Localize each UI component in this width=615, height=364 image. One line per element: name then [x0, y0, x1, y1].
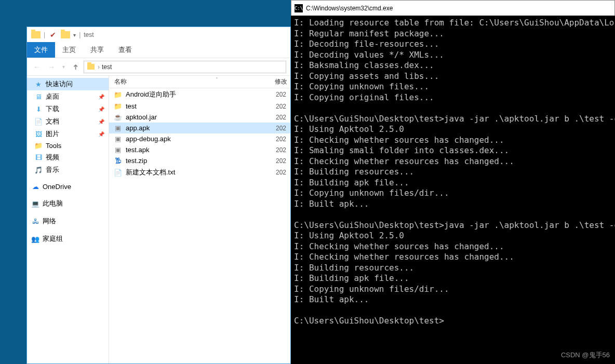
cmd-line: I: Copying assets and libs...	[294, 71, 612, 82]
sidebar-homegroup[interactable]: 👥 家庭组	[27, 233, 109, 245]
column-date[interactable]: 修改	[275, 77, 290, 86]
apk-icon: ▣	[113, 146, 123, 154]
file-date: 202	[271, 114, 286, 121]
file-date: 202	[271, 125, 286, 132]
up-button[interactable]: ➜	[70, 61, 81, 73]
sidebar-this-pc[interactable]: 💻 此电脑	[27, 197, 109, 210]
file-date: 202	[271, 157, 286, 165]
sidebar-item-label: 下载	[46, 104, 59, 114]
video-icon: 🎞	[34, 154, 43, 161]
file-name: app-debug.apk	[126, 135, 268, 143]
cmd-titlebar: C:\ C:\Windows\system32\cmd.exe	[291, 0, 615, 16]
separator: |	[44, 31, 45, 38]
cmd-line: I: Copying unknown files/dir...	[294, 188, 612, 199]
file-row[interactable]: ☕apktool.jar202	[109, 112, 290, 123]
download-icon: ⬇	[34, 105, 43, 113]
sidebar-documents[interactable]: 📄 文档 📌	[27, 115, 109, 128]
sidebar-network[interactable]: 🖧 网络	[27, 215, 109, 227]
file-name: apktool.jar	[126, 113, 268, 121]
cmd-line: I: Copying unknown files/dir...	[294, 284, 612, 295]
file-date: 202	[271, 103, 286, 110]
file-row[interactable]: 📁Android逆向助手202	[109, 88, 290, 101]
column-headers: 名称 ˆ 修改	[109, 76, 290, 88]
cmd-line	[294, 305, 612, 316]
file-row[interactable]: ▣app.apk202	[109, 123, 290, 133]
tab-view[interactable]: 查看	[111, 42, 139, 58]
tab-home[interactable]: 主页	[55, 42, 83, 58]
sidebar-tools[interactable]: 📁 Tools	[27, 140, 109, 151]
file-name: 新建文本文档.txt	[126, 168, 268, 177]
back-button[interactable]: ←	[31, 61, 43, 73]
sidebar-music[interactable]: 🎵 音乐	[27, 164, 109, 176]
txt-icon: 📄	[113, 169, 123, 177]
column-name[interactable]: 名称 ˆ	[109, 77, 275, 86]
sidebar-quick-access[interactable]: ★ 快速访问	[27, 78, 109, 90]
cmd-line	[294, 103, 612, 114]
file-row[interactable]: 📁test202	[109, 101, 290, 112]
forward-button[interactable]: →	[46, 61, 57, 73]
cmd-output[interactable]: I: Loading resource table from file: C:\…	[291, 16, 615, 364]
cmd-line: I: Smaling smali folder into classes.dex…	[294, 145, 612, 156]
file-row[interactable]: ▣app-debug.apk202	[109, 133, 290, 144]
address-input[interactable]: › test	[84, 61, 286, 73]
file-list: 📁Android逆向助手202📁test202☕apktool.jar202▣a…	[109, 88, 290, 363]
homegroup-icon: 👥	[31, 235, 39, 243]
dropdown-icon[interactable]: ▾	[73, 32, 76, 38]
folder-icon: 📁	[113, 102, 123, 110]
sidebar-downloads[interactable]: ⬇ 下载 📌	[27, 103, 109, 115]
check-icon[interactable]: ✔	[48, 31, 58, 39]
folder-icon: 📁	[34, 142, 43, 150]
titlebar: | ✔ ▾ | test	[27, 27, 290, 43]
file-date: 202	[271, 91, 286, 98]
chevron-right-icon: ›	[98, 63, 100, 71]
cmd-line: I: Checking whether sources has changed.…	[294, 135, 612, 146]
pin-icon: 📌	[98, 94, 104, 100]
tab-file[interactable]: 文件	[27, 42, 55, 58]
watermark: CSDN @鬼手56	[561, 350, 610, 360]
file-row[interactable]: 📄新建文本文档.txt202	[109, 166, 290, 179]
sidebar-item-label: Tools	[46, 142, 61, 150]
file-row[interactable]: 🗜test.zip202	[109, 155, 290, 166]
file-date: 202	[271, 146, 286, 154]
file-list-pane: 名称 ˆ 修改 📁Android逆向助手202📁test202☕apktool.…	[109, 76, 290, 363]
sidebar-item-label: 快速访问	[46, 79, 73, 89]
music-icon: 🎵	[34, 166, 43, 174]
star-icon: ★	[34, 80, 43, 88]
folder-icon	[31, 31, 41, 38]
sidebar-item-label: 图片	[46, 129, 59, 139]
sidebar-desktop[interactable]: 🖥 桌面 📌	[27, 90, 109, 103]
file-row[interactable]: ▣test.apk202	[109, 144, 290, 155]
file-name: app.apk	[126, 124, 268, 132]
separator: |	[79, 31, 81, 38]
folder-icon	[61, 31, 70, 38]
sidebar-pictures[interactable]: 🖼 图片 📌	[27, 128, 109, 140]
cmd-line: C:\Users\GuiShou\Desktop\test>java -jar …	[294, 220, 612, 231]
pictures-icon: 🖼	[34, 130, 43, 138]
cmd-title-text: C:\Windows\system32\cmd.exe	[306, 5, 393, 12]
file-date: 202	[271, 169, 286, 176]
apk-icon: ▣	[113, 124, 123, 132]
cmd-line: I: Building apk file...	[294, 178, 612, 188]
breadcrumb-item[interactable]: test	[102, 63, 112, 71]
cmd-line: I: Checking whether resources has change…	[294, 156, 612, 167]
pc-icon: 💻	[31, 200, 39, 208]
zip-icon: 🗜	[113, 157, 123, 165]
tab-share[interactable]: 共享	[83, 42, 111, 58]
history-dropdown[interactable]: ▾	[60, 62, 67, 72]
address-bar: ← → ▾ ➜ › test	[27, 58, 290, 76]
cloud-icon: ☁	[31, 183, 39, 191]
pin-icon: 📌	[98, 106, 104, 112]
cmd-line: I: Copying unknown files...	[294, 82, 612, 92]
apk-icon: ▣	[113, 135, 123, 143]
folder-icon: 📁	[113, 91, 123, 99]
sidebar-item-label: 家庭组	[43, 234, 63, 244]
sidebar-item-label: 网络	[43, 217, 56, 226]
sidebar-onedrive[interactable]: ☁ OneDrive	[27, 181, 109, 192]
cmd-line: I: Using Apktool 2.5.0	[294, 124, 612, 135]
cmd-line: I: Building apk file...	[294, 273, 612, 284]
sort-icon: ˆ	[216, 77, 223, 83]
folder-icon	[86, 64, 96, 70]
file-name: test	[126, 102, 268, 110]
sidebar-videos[interactable]: 🎞 视频	[27, 151, 109, 164]
document-icon: 📄	[34, 118, 43, 126]
